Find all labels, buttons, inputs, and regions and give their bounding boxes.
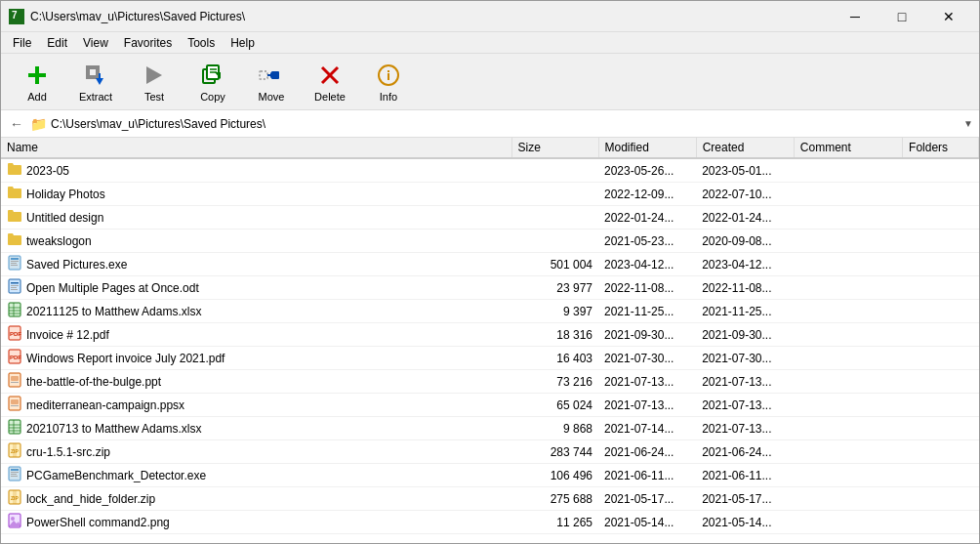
file-modified: 2021-07-30...	[598, 347, 696, 370]
col-header-name[interactable]: Name	[1, 138, 511, 158]
table-row[interactable]: Open Multiple Pages at Once.odt23 977202…	[1, 276, 979, 300]
menu-item-file[interactable]: File	[5, 34, 39, 52]
svg-rect-46	[11, 405, 19, 406]
file-created: 2021-06-11...	[696, 464, 794, 487]
table-row[interactable]: ZIPcru-1.5.1-src.zip283 7442021-06-24...…	[1, 440, 979, 464]
table-row[interactable]: Holiday Photos2022-12-09...2022-07-10...	[1, 183, 979, 206]
svg-rect-47	[9, 420, 20, 434]
address-dropdown[interactable]: ▼	[963, 118, 973, 129]
file-name: 20210713 to Matthew Adams.xlsx	[1, 417, 511, 440]
table-row[interactable]: the-battle-of-the-bulge.ppt73 2162021-07…	[1, 370, 979, 394]
move-icon	[258, 62, 285, 89]
copy-icon	[199, 62, 226, 89]
menu-item-tools[interactable]: Tools	[180, 34, 223, 52]
file-name: Open Multiple Pages at Once.odt	[1, 276, 511, 300]
menu-item-help[interactable]: Help	[223, 34, 263, 52]
table-row[interactable]: PDFInvoice # 12.pdf18 3162021-09-30...20…	[1, 323, 979, 347]
file-size	[511, 206, 598, 230]
svg-rect-21	[388, 70, 389, 72]
col-header-modified[interactable]: Modified	[598, 138, 696, 158]
extract-label: Extract	[79, 91, 112, 103]
file-created: 2023-04-12...	[696, 253, 794, 276]
table-row[interactable]: 20211125 to Matthew Adams.xlsx9 3972021-…	[1, 300, 979, 323]
file-size: 106 496	[511, 464, 598, 487]
file-folders	[903, 440, 979, 464]
file-modified: 2023-05-26...	[598, 158, 696, 183]
file-modified: 2022-12-09...	[598, 183, 696, 206]
svg-rect-30	[11, 287, 17, 288]
svg-rect-57	[11, 472, 19, 473]
table-row[interactable]: Untitled design2022-01-24...2022-01-24..…	[1, 206, 979, 230]
add-label: Add	[27, 91, 47, 103]
file-modified: 2021-07-14...	[598, 417, 696, 440]
delete-button[interactable]: Delete	[302, 58, 358, 106]
menu-item-view[interactable]: View	[75, 34, 116, 52]
minimize-button[interactable]: ─	[833, 1, 878, 32]
svg-rect-58	[11, 474, 17, 475]
file-size	[511, 183, 598, 206]
delete-icon	[316, 62, 344, 89]
col-header-size[interactable]: Size	[511, 138, 598, 158]
menu-item-favorites[interactable]: Favorites	[116, 34, 180, 52]
file-modified: 2021-07-13...	[598, 370, 696, 394]
svg-rect-31	[11, 289, 18, 290]
folder-icon: 📁	[30, 116, 47, 132]
file-size	[511, 158, 598, 183]
delete-label: Delete	[314, 91, 346, 103]
test-button[interactable]: Test	[126, 58, 183, 106]
file-size	[511, 230, 598, 253]
file-comment	[794, 300, 902, 323]
file-folders	[903, 183, 979, 206]
table-row[interactable]: tweakslogon2021-05-23...2020-09-08...	[1, 230, 979, 253]
col-header-comment[interactable]: Comment	[794, 138, 902, 158]
file-comment	[794, 511, 902, 534]
close-button[interactable]: ✕	[926, 1, 971, 32]
table-row[interactable]: Saved Pictures.exe501 0042023-04-12...20…	[1, 253, 979, 276]
extract-button[interactable]: Extract	[67, 58, 124, 106]
file-modified: 2021-06-24...	[598, 440, 696, 464]
file-created: 2021-11-25...	[696, 300, 794, 323]
file-size: 501 004	[511, 253, 598, 276]
svg-rect-26	[11, 265, 18, 266]
file-created: 2021-05-14...	[696, 511, 794, 534]
file-folders	[903, 206, 979, 230]
file-created: 2021-07-13...	[696, 370, 794, 394]
file-created: 2021-05-17...	[696, 487, 794, 511]
table-row[interactable]: 20210713 to Matthew Adams.xlsx9 8682021-…	[1, 417, 979, 440]
table-row[interactable]: PCGameBenchmark_Detector.exe106 4962021-…	[1, 464, 979, 487]
file-created: 2021-06-24...	[696, 440, 794, 464]
file-modified: 2022-11-08...	[598, 276, 696, 300]
file-size: 9 397	[511, 300, 598, 323]
col-header-folders[interactable]: Folders	[903, 138, 979, 158]
maximize-button[interactable]: □	[879, 1, 924, 32]
file-created: 2022-11-08...	[696, 276, 794, 300]
table-row[interactable]: ZIPlock_and_hide_folder.zip275 6882021-0…	[1, 487, 979, 511]
table-row[interactable]: 2023-052023-05-26...2023-05-01...	[1, 158, 979, 183]
svg-rect-23	[11, 258, 19, 260]
svg-rect-43	[11, 382, 19, 383]
file-comment	[794, 183, 902, 206]
file-comment	[794, 276, 902, 300]
svg-rect-13	[260, 71, 267, 79]
col-header-created[interactable]: Created	[696, 138, 794, 158]
table-row[interactable]: mediterranean-campaign.ppsx65 0242021-07…	[1, 394, 979, 417]
table-row[interactable]: PDFWindows Report invoice July 2021.pdf1…	[1, 347, 979, 370]
move-button[interactable]: Move	[243, 58, 300, 106]
file-folders	[903, 370, 979, 394]
file-name: Holiday Photos	[1, 183, 511, 206]
file-folders	[903, 417, 979, 440]
file-folders	[903, 300, 979, 323]
copy-label: Copy	[200, 91, 225, 103]
file-created: 2021-07-13...	[696, 394, 794, 417]
back-button[interactable]: ←	[7, 114, 26, 134]
file-size: 23 977	[511, 276, 598, 300]
address-input[interactable]	[51, 117, 960, 131]
svg-rect-7	[99, 73, 101, 79]
info-button[interactable]: Info	[360, 58, 417, 106]
menu-item-edit[interactable]: Edit	[39, 34, 75, 52]
file-created: 2021-07-13...	[696, 417, 794, 440]
filelist-container[interactable]: Name Size Modified Created Comment Folde…	[1, 138, 979, 544]
table-row[interactable]: PowerShell command2.png11 2652021-05-14.…	[1, 511, 979, 534]
copy-button[interactable]: Copy	[184, 58, 241, 106]
add-button[interactable]: Add	[9, 58, 65, 106]
